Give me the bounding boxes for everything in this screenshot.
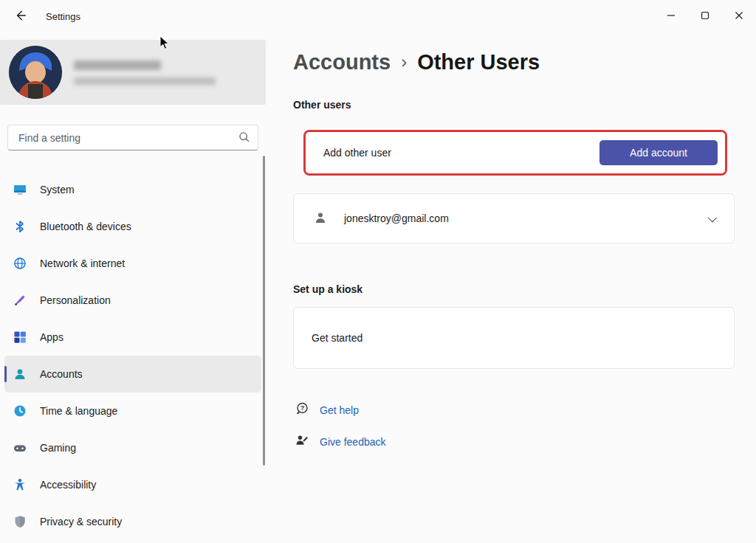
add-account-button[interactable]: Add account bbox=[599, 140, 718, 165]
back-arrow-icon bbox=[14, 9, 27, 24]
sidebar-item-privacy-security[interactable]: Privacy & security bbox=[4, 503, 261, 540]
sidebar-item-label: Apps bbox=[40, 331, 63, 343]
sidebar-item-label: Privacy & security bbox=[40, 516, 122, 528]
maximize-button[interactable] bbox=[688, 0, 722, 32]
get-help-icon: ? bbox=[295, 401, 309, 418]
svg-text:?: ? bbox=[300, 404, 305, 412]
sidebar-item-accessibility[interactable]: Accessibility bbox=[4, 466, 261, 503]
sidebar-item-label: Accessibility bbox=[40, 479, 96, 491]
give-feedback-icon bbox=[295, 433, 309, 450]
kiosk-heading: Set up a kiosk bbox=[293, 283, 735, 295]
minimize-icon bbox=[667, 11, 676, 22]
other-users-heading: Other users bbox=[293, 99, 735, 111]
give-feedback-label: Give feedback bbox=[320, 436, 386, 448]
sidebar-item-label: Personalization bbox=[40, 294, 111, 306]
sidebar-nav: System Bluetooth & devices Network & int… bbox=[0, 171, 266, 540]
privacy-security-icon bbox=[12, 513, 28, 530]
breadcrumb-separator-icon: › bbox=[401, 47, 407, 77]
accounts-icon bbox=[12, 366, 28, 382]
maximize-icon bbox=[701, 11, 709, 22]
sidebar-scrollbar[interactable] bbox=[263, 156, 265, 466]
chevron-down-icon[interactable] bbox=[708, 212, 718, 222]
back-button[interactable] bbox=[6, 4, 35, 29]
search-icon bbox=[238, 131, 250, 145]
person-icon bbox=[313, 210, 328, 227]
accessibility-icon bbox=[12, 477, 28, 493]
avatar bbox=[9, 46, 62, 99]
kiosk-get-started-card[interactable]: Get started bbox=[293, 307, 735, 369]
user-name-redacted bbox=[74, 60, 161, 70]
sidebar-item-time-language[interactable]: Time & language bbox=[4, 392, 261, 429]
sidebar-item-label: Network & internet bbox=[40, 257, 125, 269]
user-email-redacted bbox=[74, 77, 216, 85]
sidebar-item-apps[interactable]: Apps bbox=[4, 319, 261, 356]
get-help-link[interactable]: ? Get help bbox=[293, 401, 359, 418]
sidebar-item-label: System bbox=[40, 184, 75, 196]
sidebar-item-label: Gaming bbox=[40, 442, 76, 454]
page-title: Other Users bbox=[417, 47, 540, 77]
apps-icon bbox=[12, 329, 28, 345]
sidebar-item-bluetooth-devices[interactable]: Bluetooth & devices bbox=[4, 208, 261, 245]
add-other-user-card: Add other user Add account bbox=[306, 132, 725, 173]
system-icon bbox=[12, 181, 28, 198]
get-help-label: Get help bbox=[320, 404, 359, 416]
breadcrumb-accounts[interactable]: Accounts bbox=[293, 47, 391, 77]
sidebar-item-label: Accounts bbox=[40, 368, 83, 380]
user-profile-card[interactable] bbox=[0, 40, 266, 105]
minimize-button[interactable] bbox=[654, 0, 688, 32]
add-other-user-label: Add other user bbox=[323, 147, 391, 159]
give-feedback-link[interactable]: Give feedback bbox=[293, 433, 386, 450]
sidebar-item-system[interactable]: System bbox=[4, 171, 261, 208]
personalization-icon bbox=[12, 292, 28, 308]
account-email: jonesktroy@gmail.com bbox=[344, 212, 449, 224]
main-content: Accounts › Other Users Other users Add o… bbox=[293, 32, 735, 450]
sidebar-item-gaming[interactable]: Gaming bbox=[4, 429, 261, 466]
sidebar-item-label: Bluetooth & devices bbox=[40, 221, 131, 232]
close-icon bbox=[735, 11, 743, 22]
time-language-icon bbox=[12, 403, 28, 419]
gaming-icon bbox=[12, 440, 28, 456]
breadcrumb: Accounts › Other Users bbox=[293, 47, 735, 77]
get-started-label: Get started bbox=[312, 332, 362, 344]
window-controls bbox=[654, 0, 756, 32]
bluetooth-icon bbox=[12, 218, 28, 235]
sidebar-item-accounts[interactable]: Accounts bbox=[4, 356, 261, 392]
search-input[interactable] bbox=[17, 131, 238, 145]
window-title: Settings bbox=[46, 11, 80, 22]
help-links: ? Get help Give feedback bbox=[293, 401, 735, 450]
close-button[interactable] bbox=[722, 0, 756, 32]
other-user-account-row[interactable]: jonesktroy@gmail.com bbox=[293, 193, 735, 243]
sidebar: System Bluetooth & devices Network & int… bbox=[0, 32, 266, 543]
titlebar: Settings bbox=[0, 0, 756, 32]
sidebar-item-label: Time & language bbox=[40, 405, 117, 417]
sidebar-item-personalization[interactable]: Personalization bbox=[4, 282, 261, 319]
network-icon bbox=[12, 255, 28, 272]
highlight-annotation: Add other user Add account bbox=[303, 130, 727, 176]
profile-text-redacted bbox=[74, 60, 216, 85]
search-box bbox=[7, 125, 258, 151]
sidebar-item-network-internet[interactable]: Network & internet bbox=[4, 245, 261, 282]
